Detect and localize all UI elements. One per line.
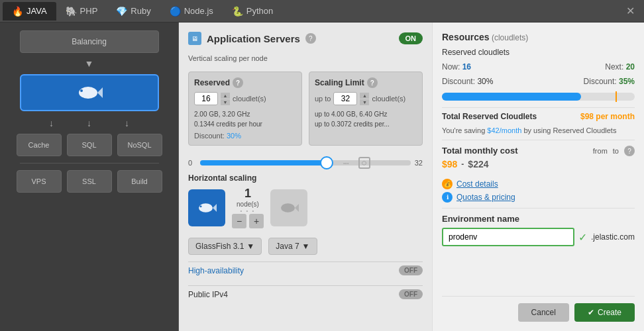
progress-bar xyxy=(442,93,635,101)
reserved-stepper: ▲ ▼ xyxy=(221,93,230,105)
slider-track[interactable]: ••• ⬡ xyxy=(200,160,411,166)
toggle-on[interactable]: ON xyxy=(399,32,423,44)
high-availability-label[interactable]: High-availability xyxy=(188,266,244,275)
slider-fill xyxy=(200,160,327,166)
node-count-number: 1 xyxy=(232,187,264,201)
tab-php-label: PHP xyxy=(80,6,98,16)
env-name-title: Environment name xyxy=(442,214,635,224)
ssl-button[interactable]: SSL xyxy=(67,170,112,193)
monthly-help-icon[interactable]: ? xyxy=(624,146,635,156)
reserved-box: Reserved ? ▲ ▼ cloudlet(s) 2.00 GB, 3.20… xyxy=(188,71,302,146)
quotas-link[interactable]: ℹ Quotas & pricing xyxy=(442,192,635,203)
reserved-discount: Discount: 30% xyxy=(194,132,296,140)
tab-java-label: JAVA xyxy=(27,6,47,16)
saving-amount: $42/month xyxy=(487,126,521,134)
slider-max-label: 32 xyxy=(415,159,423,167)
sql-button[interactable]: SQL xyxy=(67,134,112,156)
range-to: $224 xyxy=(468,159,488,169)
reserved-help-icon[interactable]: ? xyxy=(233,77,243,88)
tab-ruby[interactable]: 💎 Ruby xyxy=(107,2,160,21)
high-availability-row: High-availability OFF xyxy=(188,261,423,279)
svg-marker-1 xyxy=(97,87,103,98)
tab-nodejs-label: Node.js xyxy=(184,6,213,16)
now-val: 16 xyxy=(462,62,471,71)
monthly-title: Total monthly cost xyxy=(442,146,518,156)
node-buttons-row1: Cache SQL NoSQL xyxy=(17,134,162,156)
h-fish-empty-icon xyxy=(277,201,301,215)
tab-nodejs[interactable]: 🔵 Node.js xyxy=(160,2,223,21)
scaling-limit-cloudlets-row: up to ▲ ▼ cloudlet(s) xyxy=(315,92,417,105)
svg-point-6 xyxy=(281,203,295,213)
fish-icon xyxy=(74,83,105,102)
svg-point-0 xyxy=(79,87,97,99)
public-ipv4-label: Public IPv4 xyxy=(188,290,228,299)
node-decrease-button[interactable]: − xyxy=(232,214,246,228)
slider-hex-handle[interactable]: ⬡ xyxy=(358,157,370,169)
cost-details-label[interactable]: Cost details xyxy=(456,179,498,189)
balancing-button[interactable]: Balancing xyxy=(20,30,159,53)
nodejs-icon: 🔵 xyxy=(170,6,181,17)
public-ipv4-toggle[interactable]: OFF xyxy=(399,289,423,299)
svg-point-3 xyxy=(199,203,213,213)
java-dropdown[interactable]: Java 7 ▼ xyxy=(268,238,317,255)
node-dots: • • • xyxy=(232,208,264,214)
progress-fill xyxy=(442,93,581,101)
tab-python[interactable]: 🐍 Python xyxy=(223,2,282,21)
section-help-icon[interactable]: ? xyxy=(305,33,316,44)
nosql-button[interactable]: NoSQL xyxy=(117,134,162,156)
cost-links: 💰 Cost details ℹ Quotas & pricing xyxy=(442,179,635,203)
cache-button[interactable]: Cache xyxy=(17,134,62,156)
create-button[interactable]: ✔ Create xyxy=(574,303,635,322)
reserved-stepper-down[interactable]: ▼ xyxy=(221,99,230,105)
slider-area: 0 ••• ⬡ 32 xyxy=(188,159,423,167)
tab-php[interactable]: 🐘 PHP xyxy=(56,2,107,21)
sidebar-divider xyxy=(20,163,159,164)
high-availability-toggle[interactable]: OFF xyxy=(399,265,423,275)
glassfish-dropdown[interactable]: GlassFish 3.1 ▼ xyxy=(188,238,262,255)
vps-button[interactable]: VPS xyxy=(17,170,62,193)
slider-knob[interactable] xyxy=(320,156,333,169)
progress-marker xyxy=(616,91,617,102)
reserved-cloudlets-row: ▲ ▼ cloudlet(s) xyxy=(194,92,296,105)
monthly-cost-section: Total monthly cost from to ? $98 - $224 xyxy=(442,140,635,169)
tab-bar: 🔥 JAVA 🐘 PHP 💎 Ruby 🔵 Node.js 🐍 Python ✕ xyxy=(0,0,644,23)
close-button[interactable]: ✕ xyxy=(619,2,641,20)
bottom-controls: GlassFish 3.1 ▼ Java 7 ▼ xyxy=(188,238,423,255)
next-label: Next: 20 xyxy=(605,62,635,71)
env-name-input[interactable] xyxy=(442,228,574,246)
scaling-limit-prefix: up to xyxy=(315,95,331,103)
h-fish-icon xyxy=(195,201,219,215)
cloudlets-now-row: Now: 16 Next: 20 xyxy=(442,62,635,71)
horizontal-scaling-section: Horizontal scaling 1 node(s) • • • − + xyxy=(188,173,423,228)
reserved-cloudlets-header: Reserved cloudlets xyxy=(442,48,635,57)
resources-title: Resources xyxy=(442,32,490,42)
public-ipv4-row: Public IPv4 OFF xyxy=(188,285,423,303)
total-reserved-label: Total Reserved Cloudlets xyxy=(442,112,537,121)
discount-row: Discount: 30% Discount: 35% xyxy=(442,77,635,86)
cancel-button[interactable]: Cancel xyxy=(518,303,569,322)
cost-details-link[interactable]: 💰 Cost details xyxy=(442,179,635,189)
env-domain: .jelastic.com xyxy=(591,232,635,242)
reserved-stepper-up[interactable]: ▲ xyxy=(221,93,230,99)
discount-next: Discount: 35% xyxy=(584,77,635,86)
node-increase-button[interactable]: + xyxy=(249,214,264,228)
build-button[interactable]: Build xyxy=(117,170,162,193)
scaling-limit-stepper-down[interactable]: ▼ xyxy=(360,99,369,105)
reserved-cloudlets-input[interactable] xyxy=(194,92,218,105)
server-node[interactable] xyxy=(20,74,159,111)
tab-java[interactable]: 🔥 JAVA xyxy=(3,2,56,21)
ruby-icon: 💎 xyxy=(116,6,127,17)
resources-subtitle: (cloudlets) xyxy=(492,33,528,42)
quotas-label[interactable]: Quotas & pricing xyxy=(456,193,515,202)
arrow-center-icon: ↓ xyxy=(87,118,91,128)
monthly-header: Total monthly cost from to ? xyxy=(442,146,635,156)
scaling-limit-label: cloudlet(s) xyxy=(372,95,405,103)
resources-header: Resources (cloudlets) xyxy=(442,32,635,42)
node-buttons-row2: VPS SSL Build xyxy=(17,170,162,193)
scaling-limit-input[interactable] xyxy=(333,92,357,105)
scaling-limit-help-icon[interactable]: ? xyxy=(367,77,378,88)
from-to-labels: from to ? xyxy=(593,146,635,156)
main-content: Balancing ▼ ↓ ↓ ↓ Cache SQL NoSQL xyxy=(0,23,644,331)
scaling-boxes: Reserved ? ▲ ▼ cloudlet(s) 2.00 GB, 3.20… xyxy=(188,71,423,146)
scaling-limit-stepper-up[interactable]: ▲ xyxy=(360,93,369,99)
